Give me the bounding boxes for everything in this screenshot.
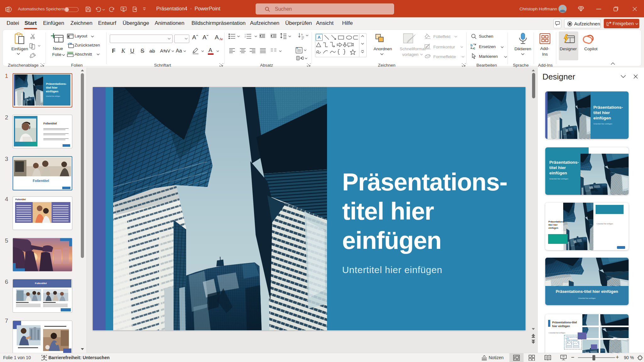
svg-text:c: c bbox=[473, 46, 475, 50]
svg-text:2: 2 bbox=[245, 36, 246, 38]
svg-text:b: b bbox=[470, 43, 473, 47]
svg-text:P: P bbox=[7, 8, 9, 11]
svg-text:1: 1 bbox=[245, 34, 246, 36]
svg-text:A: A bbox=[301, 33, 303, 36]
